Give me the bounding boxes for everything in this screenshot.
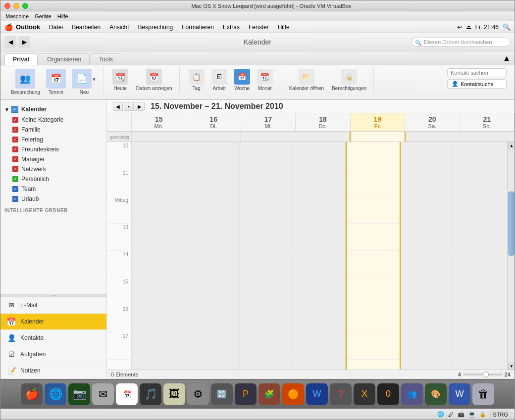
collapse-ribbon-button[interactable]: ▲ xyxy=(503,54,511,65)
cal-cell-sa-16[interactable] xyxy=(401,305,454,332)
scroll-thumb[interactable] xyxy=(508,191,515,256)
cal-cell-fr-17[interactable] xyxy=(347,332,400,360)
dock-app9[interactable]: 🎨 xyxy=(425,383,447,405)
cal-cell-so-17[interactable] xyxy=(454,332,507,360)
dock-app6[interactable]: X xyxy=(354,383,375,405)
cal-allday-so[interactable] xyxy=(460,132,515,141)
cal-cell-sa-11[interactable] xyxy=(401,169,454,196)
ribbon-neu-button[interactable]: 📄 ▼ Neu xyxy=(69,67,99,96)
kalender-checkbox[interactable]: ✓ xyxy=(11,106,18,113)
cal-cell-sa-10[interactable] xyxy=(401,142,454,169)
dock-app10[interactable]: W xyxy=(449,383,470,405)
sidebar-nav-kontakte[interactable]: 👤 Kontakte xyxy=(0,330,106,346)
menu-extras[interactable]: Extras xyxy=(219,23,244,32)
ribbon-monat-button[interactable]: 📆 Monat xyxy=(254,67,276,93)
sidebar-item-team[interactable]: ✓ Team xyxy=(0,184,106,194)
ribbon-woche-button[interactable]: 📅 Woche xyxy=(231,67,253,93)
calendar-scrollbar[interactable]: ▲ ▼ xyxy=(508,142,515,370)
minimize-button[interactable] xyxy=(13,3,19,9)
spotlight-icon[interactable]: 🔍 xyxy=(503,23,511,31)
os-menu-maschine[interactable]: Maschine xyxy=(2,13,32,19)
dock-app1[interactable]: 🔡 xyxy=(211,383,233,405)
cal-col-do[interactable] xyxy=(292,142,346,370)
os-menu-geraete[interactable]: Geräte xyxy=(32,13,54,19)
cal-cell-fr-13[interactable] xyxy=(347,224,400,251)
sidebar-item-manager[interactable]: ✓ Manager xyxy=(0,154,106,164)
cal-cell-fr-14[interactable] xyxy=(347,251,400,278)
cal-cell-mo-13[interactable] xyxy=(132,224,185,251)
ribbon-tag-button[interactable]: 📋 Tag xyxy=(186,67,207,93)
sidebar-nav-notizen[interactable]: 📝 Notizen xyxy=(0,363,106,379)
cal-col-sa[interactable] xyxy=(401,142,454,370)
menu-bearbeiten[interactable]: Bearbeiten xyxy=(68,23,104,32)
os-menu-hilfe[interactable]: Hilfe xyxy=(54,13,71,19)
cal-cell-mi-13[interactable] xyxy=(239,224,292,251)
dock-app4[interactable]: 🟠 xyxy=(282,383,304,405)
cal-cell-do-13[interactable] xyxy=(292,224,345,251)
menu-ansicht[interactable]: Ansicht xyxy=(105,23,133,32)
ribbon-besprechung-button[interactable]: 👥 Besprechung xyxy=(8,67,43,96)
menu-hilfe[interactable]: Hilfe xyxy=(274,23,294,32)
cal-col-so[interactable] xyxy=(454,142,508,370)
eject-icon[interactable]: ⏏ xyxy=(466,24,471,31)
cal-col-mi[interactable] xyxy=(239,142,292,370)
cal-cell-di-15[interactable] xyxy=(185,278,238,305)
manager-checkbox[interactable]: ✓ xyxy=(12,156,18,162)
maximize-button[interactable] xyxy=(22,3,28,9)
cal-cell-mi-14[interactable] xyxy=(239,251,292,278)
dock-photos[interactable]: 🖼 xyxy=(163,383,185,405)
freundeskreis-checkbox[interactable]: ✓ xyxy=(12,146,18,152)
sidebar-nav-kalender[interactable]: 📅 Kalender xyxy=(0,314,106,330)
neu-dropdown-icon[interactable]: ▼ xyxy=(92,77,97,82)
cal-cell-mi-17[interactable] xyxy=(239,332,292,360)
menu-besprechung[interactable]: Besprechung xyxy=(134,23,177,32)
cal-cell-so-mittag[interactable] xyxy=(454,196,507,224)
cal-cell-do-10[interactable] xyxy=(292,142,345,169)
cal-cell-do-17[interactable] xyxy=(292,332,345,360)
cal-cell-mi-10[interactable] xyxy=(239,142,292,169)
cal-cell-so-10[interactable] xyxy=(454,142,507,169)
cal-cell-fr-16[interactable] xyxy=(347,305,400,332)
cal-col-mo[interactable] xyxy=(132,142,185,370)
sidebar-item-freundeskreis[interactable]: ✓ Freundeskreis xyxy=(0,144,106,154)
cal-allday-do[interactable] xyxy=(295,132,350,141)
close-button[interactable] xyxy=(4,3,10,9)
cal-cell-do-15[interactable] xyxy=(292,278,345,305)
sidebar-kalender-header[interactable]: ▼ ✓ Kalender xyxy=(0,104,106,115)
cal-cell-sa-17[interactable] xyxy=(401,332,454,360)
zoom-slider[interactable] xyxy=(463,373,503,375)
sidebar-item-feiertag[interactable]: ✓ Feiertag xyxy=(0,135,106,144)
cal-cell-do-16[interactable] xyxy=(292,305,345,332)
cal-cell-mi-mittag[interactable] xyxy=(239,196,292,224)
cal-cell-so-16[interactable] xyxy=(454,305,507,332)
cal-cell-so-13[interactable] xyxy=(454,224,507,251)
cal-cell-sa-15[interactable] xyxy=(401,278,454,305)
sidebar-item-urlaub[interactable]: ✓ Urlaub xyxy=(0,194,106,204)
dock-finder[interactable]: 🍎 xyxy=(21,383,43,405)
familie-checkbox[interactable]: ✓ xyxy=(12,127,18,133)
netzwerk-checkbox[interactable]: ✓ xyxy=(12,166,18,172)
cal-cell-fr-11[interactable] xyxy=(347,169,400,196)
sidebar-item-keine-kategorie[interactable]: ✓ Keine Kategorie xyxy=(0,115,106,125)
team-checkbox[interactable]: ✓ xyxy=(12,186,18,192)
dock-app8[interactable]: 👥 xyxy=(401,383,423,405)
ribbon-kalender-oeffnen-button[interactable]: 📂 Kalender öffnen xyxy=(286,67,327,93)
cal-col-di[interactable] xyxy=(185,142,239,370)
cal-cell-mo-14[interactable] xyxy=(132,251,185,278)
dock-settings[interactable]: ⚙ xyxy=(187,383,209,405)
dock-app5[interactable]: ? xyxy=(330,383,352,405)
dock-trash[interactable]: 🗑 xyxy=(472,383,494,405)
menu-datei[interactable]: Datei xyxy=(45,23,67,32)
feiertag-checkbox[interactable]: ✓ xyxy=(12,137,18,142)
back-icon[interactable]: ↩ xyxy=(457,24,462,31)
dock-word[interactable]: W xyxy=(306,383,328,405)
cal-cell-mi-15[interactable] xyxy=(239,278,292,305)
cal-cell-do-11[interactable] xyxy=(292,169,345,196)
dock-calendar[interactable]: 📅 xyxy=(116,383,138,405)
ribbon-datum-button[interactable]: 📅 Datum anzeigen xyxy=(133,67,175,93)
cal-cell-so-14[interactable] xyxy=(454,251,507,278)
cal-cell-fr-10[interactable] xyxy=(347,142,400,169)
dock-facetime[interactable]: 📷 xyxy=(68,383,90,405)
cal-prev-button[interactable]: ◀ xyxy=(113,102,123,111)
cal-cell-do-mittag[interactable] xyxy=(292,196,345,224)
